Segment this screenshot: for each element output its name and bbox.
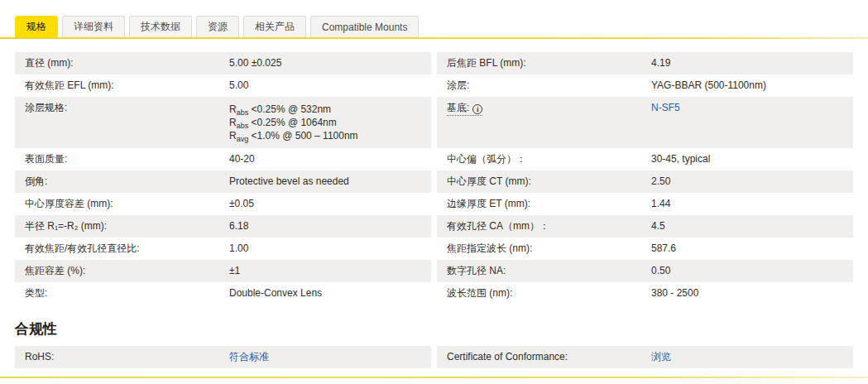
spec-value: 符合标准 — [229, 352, 421, 362]
spec-label: Certificate of Conformance: — [447, 352, 651, 362]
table-row: 直径 (mm): 5.00 ±0.025 后焦距 BFL (mm): 4.19 — [15, 52, 853, 74]
spec-cell-bevel: 倒角: Protective bevel as needed — [15, 170, 431, 193]
tab-bar: 规格 详细资料 技术数据 资源 相关产品 Compatible Mounts — [0, 0, 868, 37]
spec-cell-edge-thickness: 边缘厚度 ET (mm): 1.44 — [437, 193, 853, 215]
spec-value: 4.5 — [651, 221, 843, 232]
spec-value: N-SF5 — [651, 103, 843, 113]
spec-cell-f-number: 有效焦距/有效孔径直径比: 1.00 — [15, 238, 431, 260]
spec-label: 半径 R₁=-R₂ (mm): — [25, 221, 229, 232]
substrate-label-with-tooltip[interactable]: 基底:i — [447, 103, 482, 116]
spec-text: <0.25% @ 532nm — [248, 103, 331, 115]
spec-value: 2.50 — [651, 176, 843, 187]
spec-symbol: R — [229, 103, 237, 115]
spec-cell-center-thickness: 中心厚度 CT (mm): 2.50 — [437, 170, 853, 193]
table-row: 有效焦距/有效孔径直径比: 1.00 焦距指定波长 (nm): 587.6 — [15, 238, 853, 260]
table-row: 类型: Double-Convex Lens 波长范围 (nm): 380 - … — [15, 282, 853, 305]
spec-label: 有效焦距 EFL (mm): — [25, 80, 229, 91]
spec-cell-radius: 半径 R₁=-R₂ (mm): 6.18 — [15, 215, 431, 238]
spec-label: 倒角: — [25, 176, 229, 187]
spec-cell-surface-quality: 表面质量: 40-20 — [15, 148, 431, 170]
spec-value: 5.00 — [229, 80, 421, 91]
spec-value: 0.50 — [651, 266, 843, 276]
spec-label: 中心厚度 CT (mm): — [447, 176, 651, 187]
table-row: 焦距容差 (%): ±1 数字孔径 NA: 0.50 — [15, 260, 853, 282]
spec-label: 数字孔径 NA: — [447, 266, 651, 276]
spec-cell-substrate: 基底:i N-SF5 — [437, 97, 853, 148]
substrate-link[interactable]: N-SF5 — [651, 102, 680, 113]
tab-related-products[interactable]: 相关产品 — [243, 16, 306, 37]
spec-cell-rohs: RoHS: 符合标准 — [15, 346, 431, 368]
tab-details[interactable]: 详细资料 — [62, 16, 125, 37]
table-row: 倒角: Protective bevel as needed 中心厚度 CT (… — [15, 170, 853, 193]
spec-cell-numerical-aperture: 数字孔径 NA: 0.50 — [437, 260, 853, 282]
spec-cell-wavelength-range: 波长范围 (nm): 380 - 2500 — [437, 282, 853, 305]
spec-cell-coating-specification: 涂层规格: Rabs <0.25% @ 532nm Rabs <0.25% @ … — [15, 97, 431, 148]
spec-value: ±1 — [229, 266, 421, 276]
spec-label: RoHS: — [25, 352, 229, 362]
spec-text: <1.0% @ 500 – 1100nm — [248, 130, 357, 142]
spec-text: <0.25% @ 1064nm — [248, 117, 337, 128]
coating-spec-line: Rabs <0.25% @ 532nm — [229, 103, 421, 116]
spec-value: YAG-BBAR (500-1100nm) — [651, 80, 843, 91]
specifications-panel: 直径 (mm): 5.00 ±0.025 后焦距 BFL (mm): 4.19 … — [0, 39, 868, 368]
spec-cell-coating: 涂层: YAG-BBAR (500-1100nm) — [437, 74, 853, 97]
spec-value: ±0.05 — [229, 199, 421, 209]
spec-cell-type: 类型: Double-Convex Lens — [15, 282, 431, 305]
spec-value: Rabs <0.25% @ 532nm Rabs <0.25% @ 1064nm… — [229, 103, 421, 142]
table-row: 涂层规格: Rabs <0.25% @ 532nm Rabs <0.25% @ … — [15, 97, 853, 148]
spec-cell-design-wavelength: 焦距指定波长 (nm): 587.6 — [437, 238, 853, 260]
table-row: 有效焦距 EFL (mm): 5.00 涂层: YAG-BBAR (500-11… — [15, 74, 853, 97]
spec-cell-centering: 中心偏（弧分）： 30-45, typical — [437, 148, 853, 170]
table-row: 半径 R₁=-R₂ (mm): 6.18 有效孔径 CA（mm）： 4.5 — [15, 215, 853, 238]
info-icon[interactable]: i — [472, 104, 482, 114]
spec-value: 380 - 2500 — [651, 288, 843, 299]
spec-label: 焦距指定波长 (nm): — [447, 243, 651, 254]
coating-spec-line: Ravg <1.0% @ 500 – 1100nm — [229, 129, 421, 142]
certificate-link[interactable]: 浏览 — [651, 351, 671, 362]
spec-label: 涂层: — [447, 80, 651, 91]
tab-technical-data[interactable]: 技术数据 — [129, 16, 192, 37]
spec-value: 浏览 — [651, 352, 843, 362]
spec-label: 后焦距 BFL (mm): — [447, 58, 651, 69]
spec-value: 4.19 — [651, 58, 843, 69]
spec-cell-effective-focal-length: 有效焦距 EFL (mm): 5.00 — [15, 74, 431, 97]
spec-label: 有效焦距/有效孔径直径比: — [25, 243, 229, 254]
spec-value: 6.18 — [229, 221, 421, 232]
spec-symbol: R — [229, 117, 237, 128]
compliance-heading: 合规性 — [15, 319, 853, 338]
spec-label: 焦距容差 (%): — [25, 266, 229, 276]
spec-cell-back-focal-length: 后焦距 BFL (mm): 4.19 — [437, 52, 853, 74]
spec-cell-clear-aperture: 有效孔径 CA（mm）： 4.5 — [437, 215, 853, 238]
product-spec-page: 规格 详细资料 技术数据 资源 相关产品 Compatible Mounts 直… — [0, 0, 868, 368]
spec-label: 直径 (mm): — [25, 58, 229, 69]
spec-value: 587.6 — [651, 243, 843, 254]
spec-value: 30-45, typical — [651, 154, 843, 165]
spec-cell-center-thickness-tolerance: 中心厚度容差 (mm): ±0.05 — [15, 193, 431, 215]
spec-cell-diameter: 直径 (mm): 5.00 ±0.025 — [15, 52, 431, 74]
spec-value: 40-20 — [229, 154, 421, 165]
spec-label: 边缘厚度 ET (mm): — [447, 199, 651, 209]
spec-value: 1.00 — [229, 243, 421, 254]
tab-compatible-mounts[interactable]: Compatible Mounts — [310, 16, 419, 37]
spec-label: 类型: — [25, 288, 229, 299]
spec-label: 基底:i — [447, 103, 651, 116]
coating-spec-line: Rabs <0.25% @ 1064nm — [229, 116, 421, 129]
tab-resources[interactable]: 资源 — [196, 16, 239, 37]
spec-label: 表面质量: — [25, 154, 229, 165]
spec-symbol-subscript: avg — [237, 135, 249, 143]
spec-value: Double-Convex Lens — [229, 288, 421, 299]
spec-cell-certificate-of-conformance: Certificate of Conformance: 浏览 — [437, 346, 853, 368]
table-row: RoHS: 符合标准 Certificate of Conformance: 浏… — [15, 346, 853, 368]
spec-value: 5.00 ±0.025 — [229, 58, 421, 69]
spec-label: 有效孔径 CA（mm）： — [447, 221, 651, 232]
tab-specifications[interactable]: 规格 — [15, 16, 58, 37]
spec-value: 1.44 — [651, 199, 843, 209]
spec-label: 中心偏（弧分）： — [447, 154, 651, 165]
spec-label: 中心厚度容差 (mm): — [25, 199, 229, 209]
spec-label: 波长范围 (nm): — [447, 288, 651, 299]
spec-label: 涂层规格: — [25, 103, 229, 113]
spec-symbol: R — [229, 130, 237, 142]
spec-value: Protective bevel as needed — [229, 176, 421, 187]
rohs-link[interactable]: 符合标准 — [229, 351, 269, 362]
table-row: 中心厚度容差 (mm): ±0.05 边缘厚度 ET (mm): 1.44 — [15, 193, 853, 215]
